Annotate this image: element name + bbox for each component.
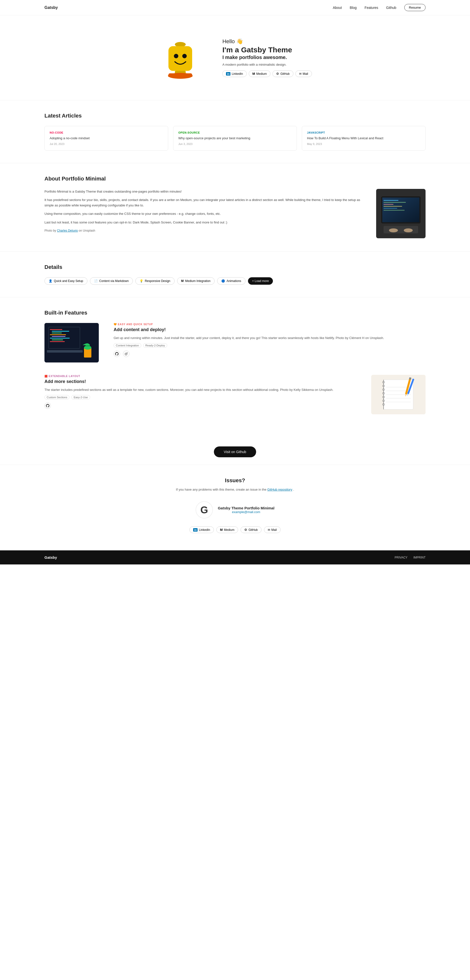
article-title-2: How To Build A Floating Menu With Lexica…: [307, 136, 421, 140]
feature-text-0: 🧡 EASY AND QUICK SETUP Add content and d…: [114, 323, 425, 357]
footer-github-button[interactable]: ⚙ GitHub: [241, 527, 261, 533]
svg-rect-14: [384, 200, 398, 201]
svg-rect-24: [52, 331, 69, 332]
svg-point-2: [174, 54, 178, 58]
svg-rect-28: [50, 338, 70, 339]
nav-logo: Gatsby: [45, 5, 58, 10]
svg-rect-30: [50, 341, 65, 342]
footer-name: Gatsby Theme Portfolio Minimal: [218, 506, 274, 510]
badge-markdown[interactable]: 📄 Content via Markdown: [90, 277, 133, 285]
document-icon: 📄: [94, 279, 98, 283]
details-section: Details 👤 Quick and Easy Setup 📄 Content…: [0, 251, 470, 297]
bottom-privacy-link[interactable]: PRIVACY: [395, 556, 408, 559]
issues-title: Issues?: [45, 477, 425, 484]
hero-linkedin-button[interactable]: in LinkedIn: [222, 70, 247, 77]
feature-label-icon-0: 🧡: [114, 323, 117, 326]
about-photo-author-link[interactable]: Charles Deluvio: [57, 229, 78, 232]
article-date-2: May 9, 2023: [307, 142, 421, 145]
about-para-2: Using theme composition, you can easily …: [45, 211, 361, 216]
feature-label-1: 🟥 EXTENDABLE LAYOUT: [45, 375, 356, 377]
medium-icon: M: [252, 72, 255, 76]
feature-heading-0: Add content and deploy!: [114, 327, 425, 332]
article-card-0[interactable]: NO-CODE Adopting a no-code mindset Jul 2…: [45, 126, 168, 151]
linkedin-icon: in: [226, 72, 230, 76]
features-title: Built-in Features: [45, 310, 425, 316]
resume-button[interactable]: Resume: [404, 4, 425, 11]
badge-quick-setup[interactable]: 👤 Quick and Easy Setup: [45, 277, 88, 285]
feature-tag-0-1: Ready-2-Deploy: [143, 343, 167, 348]
feature-block-1: 🟥 EXTENDABLE LAYOUT Add more sections! T…: [45, 375, 425, 414]
nav-features[interactable]: Features: [365, 6, 378, 10]
github-svg-icon-1: [46, 404, 49, 407]
article-card-1[interactable]: OPEN-SOURCE Why open-source projects are…: [173, 126, 297, 151]
feature-label-0: 🧡 EASY AND QUICK SETUP: [114, 323, 425, 326]
hero-github-button[interactable]: ⚙ GitHub: [272, 70, 293, 77]
issues-section: Issues? If you have any problems with th…: [0, 465, 470, 550]
feature-desc-0: Get up and running within minutes. Just …: [114, 335, 425, 341]
feature-tag-1-1: Easy-2-Use: [72, 395, 90, 399]
details-title: Details: [45, 264, 425, 270]
svg-rect-16: [384, 204, 394, 205]
svg-line-34: [126, 353, 127, 354]
about-photo-credit: Photo by Charles Deluvio on Unsplash: [45, 228, 361, 233]
github-circle-icon[interactable]: [114, 351, 120, 357]
svg-rect-18: [384, 208, 397, 208]
feature-image-1: [371, 375, 425, 414]
nav-blog[interactable]: Blog: [350, 6, 357, 10]
footer-medium-button[interactable]: M Medium: [217, 527, 238, 533]
feature-laptop-svg: [45, 323, 99, 363]
feature-tags-1: Custom Sections Easy-2-Use: [45, 395, 356, 399]
feature-text-1: 🟥 EXTENDABLE LAYOUT Add more sections! T…: [45, 375, 356, 409]
hero-description: A modern portfolio with a minimalistic d…: [222, 63, 312, 67]
visit-section: Visit on Github: [0, 439, 470, 465]
nav-github[interactable]: Github: [386, 6, 396, 10]
issues-description: If you have any problems with this theme…: [45, 488, 425, 492]
footer-linkedin-icon: in: [193, 528, 198, 531]
hero-name: I'm a Gatsby Theme: [222, 46, 312, 54]
person-icon: 👤: [49, 279, 53, 283]
github-svg-icon: [115, 352, 119, 356]
about-para-1: It has predefined sections for your bio,…: [45, 197, 361, 208]
bottom-imprint-link[interactable]: IMPRINT: [413, 556, 425, 559]
medium-badge-icon: M: [181, 279, 184, 283]
article-card-2[interactable]: JAVASCRIPT How To Build A Floating Menu …: [302, 126, 425, 151]
hero-section: Hello 👋 I'm a Gatsby Theme I make portfo…: [0, 15, 470, 100]
badge-load-more[interactable]: + Load more: [248, 277, 273, 285]
feature-notebook-svg: [371, 375, 425, 414]
badge-animations[interactable]: 🔵 Animations: [217, 277, 245, 285]
hero-medium-button[interactable]: M Medium: [249, 70, 271, 77]
about-image: [376, 189, 425, 239]
external-link-icon[interactable]: [123, 351, 129, 357]
badge-medium[interactable]: M Medium Integration: [177, 277, 215, 285]
svg-rect-19: [384, 210, 405, 211]
hero-text: Hello 👋 I'm a Gatsby Theme I make portfo…: [222, 38, 312, 77]
footer-linkedin-button[interactable]: in LinkedIn: [190, 527, 213, 533]
article-title-1: Why open-source projects are your best m…: [178, 136, 292, 140]
article-date-0: Jul 20, 2023: [49, 142, 163, 145]
about-content: Portfolio Minimal is a Gatsby Theme that…: [45, 189, 425, 239]
feature-icons-1: [45, 402, 356, 409]
feature-tag-0-0: Content Integration: [114, 343, 141, 348]
articles-grid: NO-CODE Adopting a no-code mindset Jul 2…: [45, 126, 425, 151]
feature-tag-1-0: Custom Sections: [45, 395, 69, 399]
bottom-nav: Gatsby PRIVACY IMPRINT: [0, 550, 470, 565]
badge-responsive[interactable]: 💡 Responsive Design: [135, 277, 174, 285]
github-icon: ⚙: [276, 72, 279, 76]
visit-github-button[interactable]: Visit on Github: [214, 446, 256, 457]
feature-image-0: [45, 323, 99, 363]
footer-mail-button[interactable]: ✉ Mail: [264, 527, 280, 533]
lego-illustration: [158, 33, 202, 82]
nav-about[interactable]: About: [333, 6, 342, 10]
footer-github-icon: ⚙: [244, 528, 247, 531]
issues-github-link[interactable]: GitHub repository: [267, 488, 292, 492]
footer-email: example@mail.com: [218, 510, 274, 514]
github-circle-icon-1[interactable]: [45, 402, 51, 409]
hero-mail-button[interactable]: ✉ Mail: [295, 70, 312, 77]
feature-desc-1: The starter includes predefined sections…: [45, 387, 356, 393]
articles-section: Latest Articles NO-CODE Adopting a no-co…: [0, 100, 470, 163]
svg-point-13: [404, 228, 413, 232]
svg-rect-33: [47, 350, 83, 353]
external-link-svg-icon: [125, 352, 128, 355]
article-tag-0: NO-CODE: [49, 131, 163, 134]
about-para-3: Last but not least, it has some cool fea…: [45, 220, 361, 225]
